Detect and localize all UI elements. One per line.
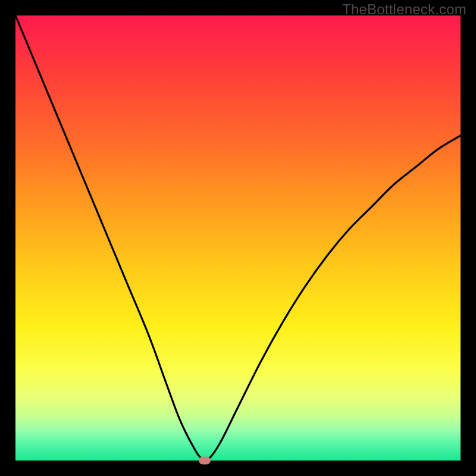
- plot-area: [15, 15, 461, 461]
- bottleneck-curve: [15, 15, 461, 461]
- optimum-marker: [199, 457, 211, 465]
- chart-frame: TheBottleneck.com: [0, 0, 476, 476]
